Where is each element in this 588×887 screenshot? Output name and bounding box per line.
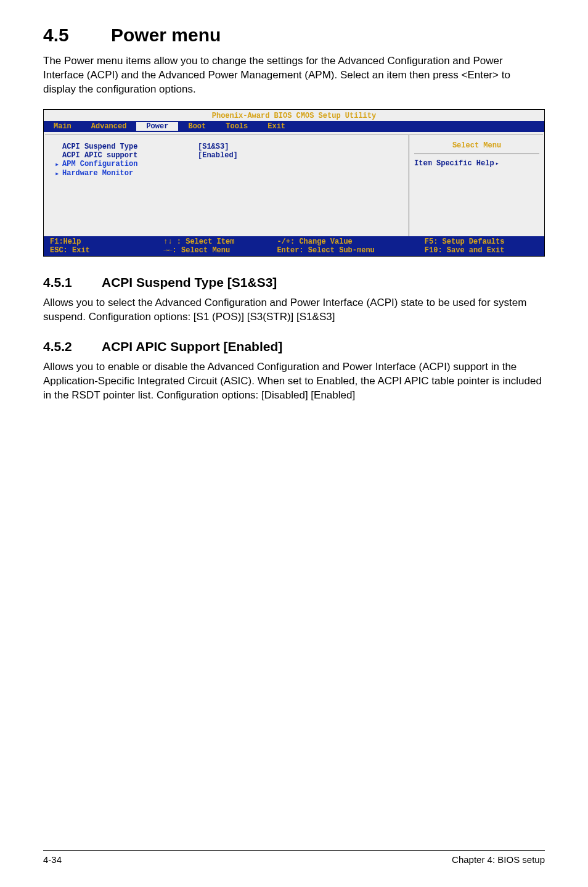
subsection-451-heading: 4.5.1ACPI Suspend Type [S1&S3] [43,275,545,290]
setting-label: ACPI APIC support [62,151,198,160]
spacer [55,151,62,160]
subsection-number: 4.5.2 [43,339,102,354]
bios-tab-boot[interactable]: Boot [178,122,216,131]
setting-value: [Enabled] [198,151,238,160]
setting-label: Hardware Monitor [62,169,198,178]
submenu-arrow-icon: ▸ [55,169,62,178]
submenu-arrow-icon: ▸ [55,160,62,169]
bios-tab-main[interactable]: Main [44,122,81,131]
intro-paragraph: The Power menu items allow you to change… [43,54,545,97]
setting-label: ACPI Suspend Type [62,142,198,151]
footer-col3: -/+: Change Value Enter: Select Sub-menu [277,237,424,255]
chapter-label: Chapter 4: BIOS setup [452,854,545,865]
subsection-title: ACPI APIC Support [Enabled] [102,339,282,353]
bios-tab-exit[interactable]: Exit [258,122,295,131]
bios-help-title: Select Menu [414,141,539,154]
section-heading: 4.5Power menu [43,25,545,46]
bios-help-panel: Select Menu Item Specific Help [409,135,544,236]
subsection-number: 4.5.1 [43,275,102,290]
subsection-title: ACPI Suspend Type [S1&S3] [102,275,277,289]
footer-col1: F1:Help ESC: Exit [50,237,163,255]
spacer [55,142,62,151]
section-title: Power menu [111,25,221,45]
bios-row-hardware-monitor[interactable]: ▸ Hardware Monitor [55,169,401,178]
bios-settings-panel: ACPI Suspend Type [S1&S3] ACPI APIC supp… [44,135,409,236]
bios-screenshot: Phoenix-Award BIOS CMOS Setup Utility Ma… [43,109,545,257]
setting-label: APM Configuration [62,160,198,169]
footer-col4: F5: Setup Defaults F10: Save and Exit [425,237,538,255]
subsection-451-body: Allows you to select the Advanced Config… [43,296,545,324]
bios-title: Phoenix-Award BIOS CMOS Setup Utility [44,110,544,121]
bios-row-acpi-suspend[interactable]: ACPI Suspend Type [S1&S3] [55,142,401,151]
bios-tab-power[interactable]: Power [136,122,178,131]
page-footer: 4-34 Chapter 4: BIOS setup [43,850,545,865]
bios-tab-advanced[interactable]: Advanced [81,122,137,131]
section-number: 4.5 [43,25,111,46]
subsection-452-body: Allows you to enable or disable the Adva… [43,360,545,403]
bios-footer: F1:Help ESC: Exit ↑↓ : Select Item →←: S… [44,236,544,256]
subsection-452-heading: 4.5.2ACPI APIC Support [Enabled] [43,339,545,354]
bios-help-text: Item Specific Help [414,159,539,168]
footer-col2: ↑↓ : Select Item →←: Select Menu [163,237,277,255]
bios-menubar: Main Advanced Power Boot Tools Exit [44,121,544,132]
bios-row-apm-config[interactable]: ▸ APM Configuration [55,160,401,169]
page-number: 4-34 [43,854,62,865]
bios-tab-tools[interactable]: Tools [216,122,258,131]
bios-row-acpi-apic[interactable]: ACPI APIC support [Enabled] [55,151,401,160]
setting-value: [S1&S3] [198,142,229,151]
bios-body: ACPI Suspend Type [S1&S3] ACPI APIC supp… [44,135,544,236]
